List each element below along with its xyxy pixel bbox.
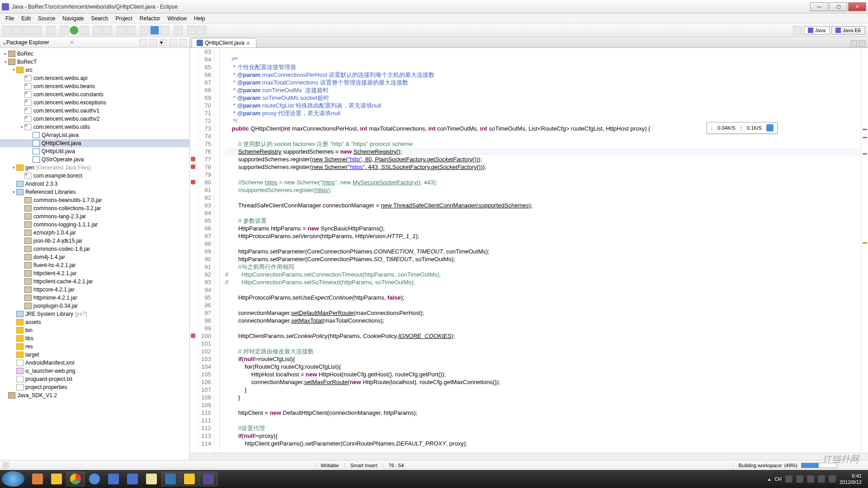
taskbar-eclipse[interactable]: [199, 472, 217, 486]
tree-item[interactable]: commons-beanutils-1.7.0.jar: [0, 196, 189, 204]
taskbar-explorer[interactable]: [180, 472, 198, 486]
new-button[interactable]: [3, 26, 12, 35]
tray-icon-3[interactable]: [807, 475, 814, 483]
tree-item[interactable]: com.tencent.weibo.oauthv2: [0, 115, 189, 123]
code-editor[interactable]: 6364656667686970717273747576777879808182…: [190, 48, 868, 453]
perspective-java[interactable]: Java: [804, 26, 830, 34]
tree-item[interactable]: project.properties: [0, 383, 189, 391]
tree-item[interactable]: httpclient-4.2.1.jar: [0, 269, 189, 277]
taskbar-notepad[interactable]: [142, 472, 160, 486]
tree-item[interactable]: ▾Referenced Libraries: [0, 188, 189, 196]
package-tree[interactable]: ▸BoRec▾BoRecT▾srccom.tencent.weibo.apico…: [0, 48, 189, 460]
menu-refactor[interactable]: Refactor: [136, 14, 164, 23]
collapse-all-button[interactable]: [140, 39, 147, 46]
tree-item[interactable]: httpmime-4.2.1.jar: [0, 294, 189, 302]
tray-network-icon[interactable]: [829, 475, 836, 483]
forward-button[interactable]: [197, 26, 206, 35]
editor-tab-qhttpclient[interactable]: QHttpClient.java ✕: [192, 38, 256, 47]
tree-item[interactable]: json-lib-2.4-jdk15.jar: [0, 237, 189, 245]
tree-item[interactable]: ezmorph-1.0.4.jar: [0, 229, 189, 237]
tree-item[interactable]: commons-lang-2.3.jar: [0, 212, 189, 221]
tree-item[interactable]: com.tencent.weibo.oauthv1: [0, 107, 189, 115]
tray-clock[interactable]: 6:41 2012/9/12: [840, 473, 862, 485]
tree-item[interactable]: ▾com.tencent.weibo.utils: [0, 123, 189, 131]
tree-item[interactable]: QHttpUtil.java: [0, 147, 189, 155]
system-tray[interactable]: ▴ CH 6:41 2012/9/12: [768, 473, 866, 485]
tray-arrow-icon[interactable]: ▴: [768, 476, 771, 482]
close-tab-icon[interactable]: ✕: [246, 40, 251, 46]
menu-navigate[interactable]: Navigate: [59, 14, 87, 23]
ime-indicator[interactable]: CH: [774, 476, 782, 482]
menu-source[interactable]: Source: [34, 14, 59, 23]
build-button[interactable]: [46, 26, 55, 35]
tray-icon-1[interactable]: [785, 475, 793, 483]
tree-item[interactable]: QStrOperate.java: [0, 155, 189, 164]
tree-item[interactable]: ▾gen[Generated Java Files]: [0, 164, 189, 172]
tree-item[interactable]: fluent-hc-4.2.1.jar: [0, 261, 189, 269]
taskbar-app-3[interactable]: [104, 472, 123, 486]
tree-item[interactable]: dom4j-1.4.jar: [0, 253, 189, 261]
overview-ruler[interactable]: [861, 48, 868, 453]
debug-button[interactable]: [60, 26, 69, 35]
tray-icon-2[interactable]: [796, 475, 803, 483]
tree-item[interactable]: commons-logging-1.1.1.jar: [0, 221, 189, 229]
maximize-button[interactable]: ▢: [829, 2, 847, 11]
taskbar-chrome[interactable]: [66, 472, 85, 486]
maximize-view-button[interactable]: [179, 39, 187, 46]
tree-item[interactable]: Android 2.3.3: [0, 180, 189, 188]
close-button[interactable]: ✕: [848, 2, 866, 11]
tree-item[interactable]: com.example.borect: [0, 172, 189, 180]
tree-item[interactable]: jsonplugin-0.34.jar: [0, 302, 189, 310]
tree-item[interactable]: com.tencent.weibo.beans: [0, 82, 189, 90]
search-button[interactable]: [127, 26, 136, 35]
tree-item[interactable]: Java_SDK_V1.2: [0, 391, 189, 399]
tree-item[interactable]: ▾src: [0, 66, 189, 74]
link-editor-button[interactable]: [150, 39, 157, 46]
tree-item[interactable]: commons-codec-1.6.jar: [0, 245, 189, 253]
minimize-button[interactable]: —: [810, 2, 828, 11]
menu-file[interactable]: File: [2, 14, 18, 23]
tree-item[interactable]: res: [0, 343, 189, 351]
tree-item[interactable]: bin: [0, 326, 189, 334]
start-button[interactable]: [2, 471, 24, 487]
tree-item[interactable]: assets: [0, 318, 189, 326]
minimize-view-button[interactable]: [170, 39, 177, 46]
open-type-button[interactable]: [117, 26, 126, 35]
run-button[interactable]: [70, 26, 79, 35]
menu-window[interactable]: Window: [164, 14, 190, 23]
tree-item[interactable]: commons-collections-3.2.jar: [0, 204, 189, 212]
tree-item[interactable]: proguard-project.txt: [0, 375, 189, 383]
tree-item[interactable]: target: [0, 351, 189, 359]
save-button[interactable]: [13, 26, 22, 35]
tree-item[interactable]: AndroidManifest.xml: [0, 359, 189, 367]
tree-item[interactable]: QHttpClient.java: [0, 139, 189, 147]
taskbar-python[interactable]: [161, 472, 179, 486]
back-button[interactable]: [187, 26, 196, 35]
menu-help[interactable]: Help: [190, 14, 209, 23]
perspective-javaee[interactable]: Java EE: [831, 26, 865, 34]
taskbar-app-4[interactable]: [123, 472, 142, 486]
tree-item[interactable]: httpcore-4.2.1.jar: [0, 286, 189, 294]
network-speed-widget[interactable]: ↓0.04K/S ↑0.1K/S: [707, 122, 778, 134]
tree-item[interactable]: ▸BoRec: [0, 50, 189, 58]
minimize-editor-button[interactable]: [851, 40, 857, 47]
show-whitespace-button[interactable]: [160, 26, 169, 35]
toggle-mark-button[interactable]: [140, 26, 149, 35]
new-class-button[interactable]: [103, 26, 112, 35]
taskbar-app-1[interactable]: [28, 472, 47, 486]
menu-project[interactable]: Project: [112, 14, 136, 23]
tree-item[interactable]: ic_launcher-web.png: [0, 367, 189, 375]
save-all-button[interactable]: [23, 26, 32, 35]
view-menu-button[interactable]: ▾: [160, 39, 167, 46]
toggle-block-button[interactable]: [150, 26, 159, 35]
taskbar-ie[interactable]: [85, 472, 104, 486]
tree-item[interactable]: QArrayList.java: [0, 131, 189, 139]
run-last-button[interactable]: [80, 26, 89, 35]
print-button[interactable]: [33, 26, 42, 35]
maximize-editor-button[interactable]: [859, 40, 865, 47]
tray-volume-icon[interactable]: [818, 475, 825, 483]
tree-item[interactable]: com.tencent.weibo.exceptions: [0, 99, 189, 107]
tree-item[interactable]: com.tencent.weibo.constants: [0, 90, 189, 99]
tree-item[interactable]: ▾BoRecT: [0, 58, 189, 66]
tree-item[interactable]: JRE System Library[jre7]: [0, 310, 189, 318]
